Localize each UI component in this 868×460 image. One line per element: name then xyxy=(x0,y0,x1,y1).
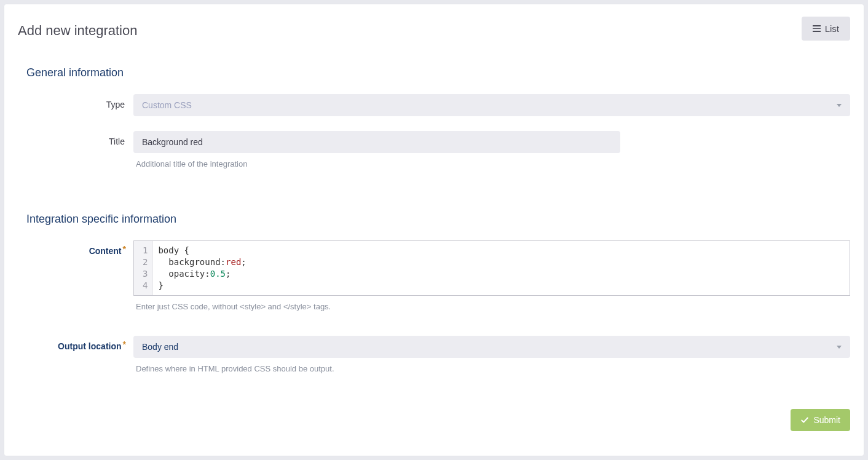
row-type: Type Custom CSS xyxy=(18,94,850,116)
check-icon xyxy=(800,416,809,424)
label-type: Type xyxy=(18,94,133,109)
list-button[interactable]: List xyxy=(802,17,850,41)
type-selected-value: Custom CSS xyxy=(142,100,192,110)
row-output-location: Output location* Body end Defines where … xyxy=(18,336,850,373)
label-content: Content* xyxy=(18,240,133,256)
row-content: Content* 1 2 3 4 body { background:red; … xyxy=(18,240,850,311)
output-location-select[interactable]: Body end xyxy=(133,336,850,358)
menu-icon xyxy=(813,25,821,32)
label-output-location: Output location* xyxy=(18,336,133,351)
section-specific-title: Integration specific information xyxy=(26,213,850,226)
chevron-down-icon xyxy=(837,346,842,349)
panel-header: Add new integration List xyxy=(18,17,850,41)
row-title: Title Additional title of the integratio… xyxy=(18,131,850,169)
list-button-label: List xyxy=(825,23,839,34)
code-gutter: 1 2 3 4 xyxy=(134,241,153,295)
required-asterisk: * xyxy=(123,244,126,254)
label-title: Title xyxy=(18,131,133,146)
chevron-down-icon xyxy=(837,104,842,107)
code-body: body { background:red; opacity:0.5; } xyxy=(153,241,850,295)
output-location-hint: Defines where in HTML provided CSS shoul… xyxy=(136,364,850,373)
submit-button[interactable]: Submit xyxy=(791,409,850,431)
content-code-editor[interactable]: 1 2 3 4 body { background:red; opacity:0… xyxy=(133,240,850,296)
output-location-selected-value: Body end xyxy=(142,342,178,352)
section-general-title: General information xyxy=(26,66,850,79)
content-hint: Enter just CSS code, without <style> and… xyxy=(136,302,850,311)
title-input[interactable] xyxy=(133,131,620,153)
required-asterisk: * xyxy=(123,339,126,349)
title-hint: Additional title of the integration xyxy=(136,159,620,169)
submit-button-label: Submit xyxy=(813,415,840,425)
page-title: Add new integration xyxy=(18,23,137,39)
type-select[interactable]: Custom CSS xyxy=(133,94,850,116)
integration-form-panel: Add new integration List General informa… xyxy=(4,4,864,456)
